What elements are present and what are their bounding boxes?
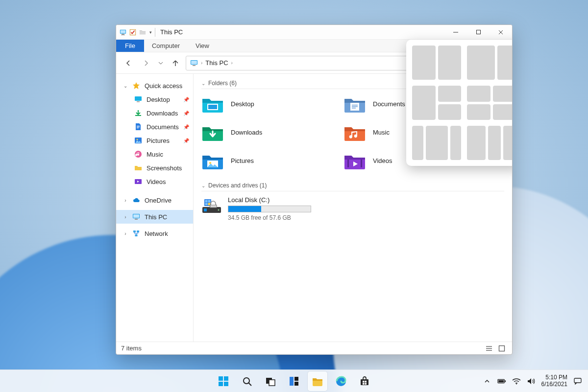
svg-rect-53 xyxy=(219,376,223,381)
sidebar-item-pictures[interactable]: Pictures 📌 xyxy=(116,134,193,147)
network-icon xyxy=(132,229,141,238)
folder-desktop[interactable]: Desktop xyxy=(201,94,334,114)
svg-rect-34 xyxy=(352,106,358,107)
svg-point-21 xyxy=(137,139,138,140)
svg-rect-55 xyxy=(219,382,223,386)
snap-layout-option[interactable] xyxy=(467,46,513,80)
taskbar[interactable]: 5:10 PM 6/16/2021 xyxy=(0,369,588,392)
ribbon-file-tab[interactable]: File xyxy=(116,40,144,52)
chevron-down-icon[interactable]: ⌄ xyxy=(123,83,128,89)
tray-overflow-button[interactable] xyxy=(483,377,491,386)
svg-rect-28 xyxy=(137,231,139,232)
svg-rect-10 xyxy=(191,61,197,64)
up-button[interactable] xyxy=(168,56,183,70)
snap-layout-option[interactable] xyxy=(412,126,461,160)
search-button[interactable] xyxy=(237,371,257,391)
svg-rect-35 xyxy=(352,108,356,109)
maximize-button[interactable] xyxy=(467,25,490,39)
document-icon xyxy=(134,122,143,131)
svg-rect-16 xyxy=(135,115,141,116)
svg-rect-68 xyxy=(363,383,365,385)
drive-local-disk-c[interactable]: Local Disk (C:) 34.5 GB free of 57.6 GB xyxy=(201,196,339,221)
svg-rect-72 xyxy=(505,380,506,382)
snap-layout-option[interactable] xyxy=(412,46,461,80)
sidebar-item-downloads[interactable]: Downloads 📌 xyxy=(116,106,193,120)
folder-label: Desktop xyxy=(231,100,254,108)
ribbon-tab-computer[interactable]: Computer xyxy=(144,40,188,52)
svg-rect-69 xyxy=(365,383,367,385)
snap-layout-option[interactable] xyxy=(467,126,513,160)
clock[interactable]: 5:10 PM 6/16/2021 xyxy=(541,374,567,387)
details-view-button[interactable] xyxy=(484,344,494,353)
svg-rect-6 xyxy=(476,30,480,34)
recent-locations-button[interactable] xyxy=(156,56,165,70)
drive-subtext: 34.5 GB free of 57.6 GB xyxy=(228,214,339,221)
breadcrumb-this-pc[interactable]: This PC xyxy=(205,59,228,67)
svg-rect-63 xyxy=(294,382,298,386)
pin-icon: 📌 xyxy=(183,111,189,116)
back-button[interactable] xyxy=(121,56,136,70)
sidebar-network[interactable]: › Network xyxy=(116,227,193,240)
sidebar-item-label: Screenshots xyxy=(147,164,182,172)
svg-point-42 xyxy=(218,209,220,211)
sidebar-item-desktop[interactable]: Desktop 📌 xyxy=(116,92,193,106)
minimize-button[interactable] xyxy=(444,25,467,39)
svg-rect-25 xyxy=(133,214,139,218)
battery-icon[interactable] xyxy=(497,377,506,386)
snap-layout-option[interactable] xyxy=(467,86,513,120)
checkbox-icon xyxy=(129,29,137,36)
edge-button[interactable] xyxy=(331,371,351,391)
notifications-button[interactable] xyxy=(573,377,582,386)
group-header-drives[interactable]: ⌄ Devices and drives (1) xyxy=(201,180,504,191)
dropdown-icon[interactable]: ▾ xyxy=(149,30,152,35)
this-pc-icon xyxy=(190,59,198,67)
close-button[interactable] xyxy=(490,25,512,39)
task-view-button[interactable] xyxy=(261,371,280,391)
sidebar-item-screenshots[interactable]: Screenshots xyxy=(116,161,193,175)
store-button[interactable] xyxy=(355,371,374,391)
snap-layout-option[interactable] xyxy=(412,86,461,120)
sidebar-item-documents[interactable]: Documents 📌 xyxy=(116,120,193,134)
file-explorer-taskbar-button[interactable] xyxy=(308,371,327,391)
svg-rect-46 xyxy=(205,203,208,206)
sidebar-quick-access[interactable]: ⌄ Quick access xyxy=(116,79,193,92)
chevron-right-icon[interactable]: › xyxy=(201,60,202,66)
sidebar-this-pc[interactable]: › This PC xyxy=(116,210,193,224)
sidebar-item-label: Videos xyxy=(147,178,166,185)
chevron-right-icon[interactable]: › xyxy=(123,231,128,236)
ribbon-tab-view[interactable]: View xyxy=(188,40,217,52)
status-bar: 7 items xyxy=(116,342,512,354)
sidebar-onedrive[interactable]: › OneDrive xyxy=(116,193,193,207)
sidebar-item-label: Network xyxy=(145,230,168,237)
picture-icon xyxy=(134,136,143,145)
folder-label: Music xyxy=(373,129,390,136)
svg-rect-62 xyxy=(294,377,298,381)
large-icons-view-button[interactable] xyxy=(496,344,507,353)
wifi-icon[interactable] xyxy=(512,377,521,386)
chevron-right-icon[interactable]: › xyxy=(231,60,233,66)
svg-point-57 xyxy=(244,378,249,384)
folder-pictures[interactable]: Pictures xyxy=(201,151,334,170)
chevron-right-icon[interactable]: › xyxy=(123,198,128,203)
titlebar[interactable]: ▾ This PC xyxy=(116,25,512,40)
chevron-right-icon[interactable]: › xyxy=(123,214,128,220)
svg-rect-19 xyxy=(137,128,139,128)
clock-date: 6/16/2021 xyxy=(541,381,567,388)
svg-rect-44 xyxy=(205,200,208,203)
svg-rect-65 xyxy=(361,379,368,385)
widgets-button[interactable] xyxy=(284,371,304,391)
svg-rect-29 xyxy=(135,234,138,236)
svg-rect-74 xyxy=(574,378,581,383)
start-button[interactable] xyxy=(214,371,233,391)
cloud-icon xyxy=(132,196,141,205)
file-explorer-window: ▾ This PC File Computer View › Thi xyxy=(116,24,513,355)
folder-label: Downloads xyxy=(231,129,262,136)
sidebar-item-music[interactable]: Music xyxy=(116,147,193,161)
sidebar-item-videos[interactable]: Videos xyxy=(116,175,193,188)
folder-downloads[interactable]: Downloads xyxy=(201,122,334,142)
chevron-down-icon: ⌄ xyxy=(201,183,205,188)
system-tray: 5:10 PM 6/16/2021 xyxy=(483,374,588,387)
volume-icon[interactable] xyxy=(527,377,536,386)
svg-rect-11 xyxy=(193,65,196,66)
forward-button[interactable] xyxy=(139,56,153,70)
